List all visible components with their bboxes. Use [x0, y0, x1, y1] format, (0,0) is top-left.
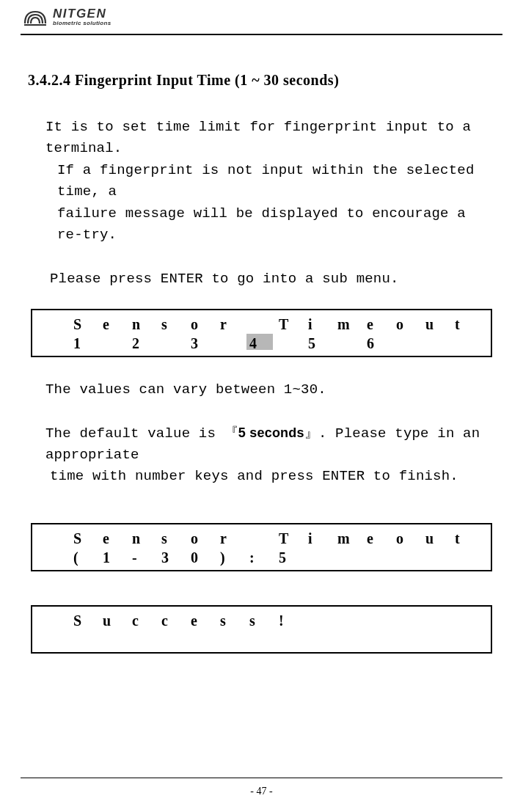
- lcd-cell: 0: [191, 548, 220, 567]
- lcd-cell: [396, 334, 425, 353]
- lcd-cell: [161, 334, 191, 353]
- lcd-cell: ): [220, 548, 249, 567]
- paragraph-2: Please press ENTER to go into a sub menu…: [28, 268, 495, 290]
- lcd-cell: S: [73, 529, 103, 548]
- lcd-cell: 3: [191, 334, 220, 353]
- lcd-cell: 2: [132, 334, 161, 353]
- lcd-cell: [73, 630, 103, 649]
- lcd-cell: [220, 334, 249, 353]
- paragraph-1-line-3: failure message will be displayed to enc…: [28, 203, 495, 246]
- lcd-cell: o: [396, 529, 425, 548]
- footer-rule: [21, 778, 502, 779]
- lcd-row: 1 2 3 4 5 6: [32, 334, 491, 353]
- lcd-cell: [337, 334, 367, 353]
- lcd-cell: u: [425, 529, 455, 548]
- lcd-row: S e n s o r T i m e o u t: [32, 315, 491, 334]
- fingerprint-icon: [21, 6, 50, 28]
- lcd-cell: [455, 611, 484, 630]
- paragraph-4-line-2: time with number keys and press ENTER to…: [28, 466, 495, 487]
- lcd-cell: o: [396, 315, 425, 334]
- lcd-cell: [279, 334, 308, 353]
- paragraph-3: The values can vary between 1~30.: [28, 379, 495, 400]
- text: The default value is: [45, 425, 224, 442]
- lcd-cell: r: [220, 529, 249, 548]
- lcd-cell: [425, 334, 455, 353]
- lcd-cell: 5: [279, 548, 308, 567]
- lcd-cell: s: [161, 529, 191, 548]
- section-title: 3.4.2.4 Fingerprint Input Time (1 ~ 30 s…: [28, 72, 495, 89]
- lcd-cell: e: [103, 529, 132, 548]
- lcd-cell: e: [103, 315, 132, 334]
- lcd-cell: [337, 611, 367, 630]
- lcd-cell: o: [191, 315, 220, 334]
- logo-text: NITGEN biometric solutions: [53, 7, 111, 26]
- lcd-cell: T: [279, 529, 308, 548]
- lcd-cell-highlighted: 4: [249, 334, 279, 353]
- lcd-cell: c: [132, 611, 161, 630]
- lcd-display-2: S e n s o r T i m e o u t ( 1 - 3 0 ) : …: [31, 523, 492, 571]
- default-value: 5 seconds: [238, 425, 304, 440]
- lcd-cell: [396, 548, 425, 567]
- lcd-cell: e: [367, 315, 396, 334]
- paragraph-1-line-1: It is to set time limit for fingerprint …: [28, 117, 495, 160]
- page-content: 3.4.2.4 Fingerprint Input Time (1 ~ 30 s…: [0, 35, 523, 654]
- lcd-cell: i: [308, 529, 337, 548]
- lcd-display-3: S u c c e s s !: [31, 605, 492, 654]
- lcd-cell: t: [455, 529, 484, 548]
- lcd-cell: t: [455, 315, 484, 334]
- lcd-cell: 3: [161, 548, 191, 567]
- lcd-cell: [249, 315, 279, 334]
- lcd-cell: [103, 334, 132, 353]
- lcd-cell: 5: [308, 334, 337, 353]
- lcd-cell: S: [73, 315, 103, 334]
- lcd-cell: n: [132, 529, 161, 548]
- lcd-cell: T: [279, 315, 308, 334]
- lcd-cell: u: [103, 611, 132, 630]
- lcd-row: [32, 630, 491, 649]
- lcd-cell: r: [220, 315, 249, 334]
- lcd-cell: [308, 548, 337, 567]
- lcd-cell: o: [191, 529, 220, 548]
- quote-open: 『: [224, 425, 238, 442]
- quote-close: 』: [304, 425, 318, 442]
- lcd-cell: s: [249, 611, 279, 630]
- lcd-cell: -: [132, 548, 161, 567]
- lcd-cell: s: [220, 611, 249, 630]
- lcd-cell: [308, 611, 337, 630]
- lcd-cell: 6: [367, 334, 396, 353]
- lcd-cell: i: [308, 315, 337, 334]
- lcd-cell: (: [73, 548, 103, 567]
- lcd-cell: !: [279, 611, 308, 630]
- lcd-cell: c: [161, 611, 191, 630]
- lcd-cell: 1: [103, 548, 132, 567]
- lcd-row: S e n s o r T i m e o u t: [32, 529, 491, 548]
- page-number: - 47 -: [0, 786, 523, 797]
- lcd-cell: [396, 611, 425, 630]
- lcd-cell: [455, 548, 484, 567]
- lcd-cell: u: [425, 315, 455, 334]
- brand-name: NITGEN: [53, 7, 111, 20]
- lcd-cell: m: [337, 315, 367, 334]
- lcd-cell: e: [367, 529, 396, 548]
- lcd-cell: s: [161, 315, 191, 334]
- lcd-cell: :: [249, 548, 279, 567]
- lcd-cell: m: [337, 529, 367, 548]
- lcd-cell: [249, 529, 279, 548]
- lcd-cell: [425, 611, 455, 630]
- lcd-cell: [367, 611, 396, 630]
- lcd-cell: [455, 334, 484, 353]
- lcd-cell: S: [73, 611, 103, 630]
- lcd-cell: [367, 548, 396, 567]
- lcd-cell: [337, 548, 367, 567]
- page-header: NITGEN biometric solutions: [0, 0, 523, 28]
- paragraph-1-line-2: If a fingerprint is not input within the…: [28, 160, 495, 203]
- lcd-cell: e: [191, 611, 220, 630]
- brand-tagline: biometric solutions: [53, 21, 111, 26]
- lcd-display-1: S e n s o r T i m e o u t 1 2 3 4 5 6: [31, 309, 492, 357]
- lcd-cell: [425, 548, 455, 567]
- logo: NITGEN biometric solutions: [21, 6, 502, 28]
- lcd-row: S u c c e s s !: [32, 611, 491, 630]
- lcd-cell: 1: [73, 334, 103, 353]
- lcd-cell: n: [132, 315, 161, 334]
- lcd-row: ( 1 - 3 0 ) : 5: [32, 548, 491, 567]
